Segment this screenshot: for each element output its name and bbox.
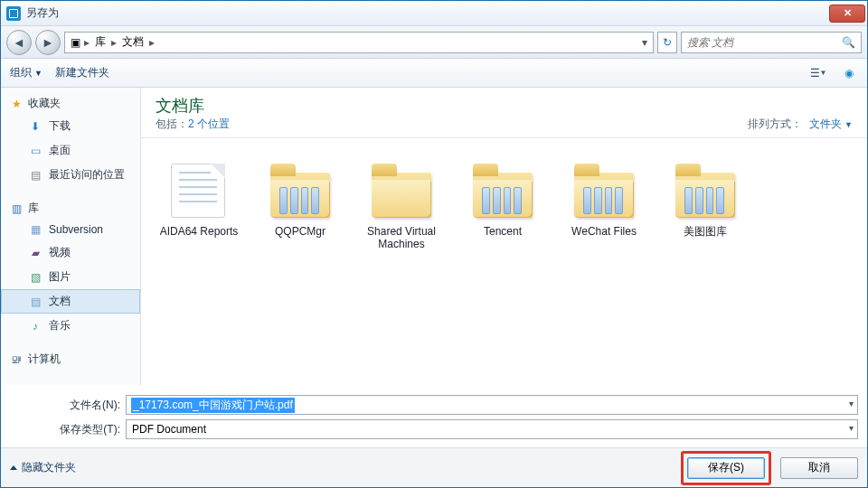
library-subtitle: 包括：2 个位置 <box>156 117 230 132</box>
hide-folders-button[interactable]: 隐藏文件夹 <box>10 460 76 475</box>
breadcrumb-bar[interactable]: ▣ ▸ 库 ▸ 文档 ▸ ▾ <box>64 32 654 53</box>
library-header: 文档库 包括：2 个位置 排列方式： 文件夹 ▼ <box>141 88 867 138</box>
refresh-button[interactable]: ↻ <box>657 32 677 53</box>
chevron-right-icon: ▸ <box>84 36 90 49</box>
library-icon: ▣ <box>71 36 80 49</box>
filetype-label: 保存类型(T): <box>55 422 120 437</box>
app-icon <box>6 6 21 21</box>
toolbar: 组织▼ 新建文件夹 ☰▼ ◉ <box>1 59 867 88</box>
close-button[interactable] <box>829 5 865 23</box>
recent-icon: ▤ <box>29 169 42 182</box>
video-icon: ▰ <box>29 247 42 259</box>
folder-icon <box>473 173 533 218</box>
forward-button[interactable]: ► <box>35 30 61 55</box>
filetype-dropdown-icon[interactable]: ▾ <box>849 423 854 433</box>
library-title: 文档库 <box>156 95 230 117</box>
chevron-right-icon: ▸ <box>149 36 155 49</box>
search-icon: 🔍 <box>842 36 855 49</box>
title-bar: 另存为 <box>1 1 867 26</box>
sidebar-item-downloads[interactable]: ⬇下载 <box>1 114 140 138</box>
help-button[interactable]: ◉ <box>840 64 858 82</box>
sidebar-item-documents[interactable]: ▤文档 <box>1 289 140 314</box>
highlight-box: 保存(S) <box>681 451 771 485</box>
save-button[interactable]: 保存(S) <box>687 457 765 479</box>
body: ★收藏夹 ⬇下载 ▭桌面 ▤最近访问的位置 ▥库 ▦Subversion ▰视频… <box>1 88 867 385</box>
arrange-by: 排列方式： 文件夹 ▼ <box>748 117 853 132</box>
sidebar-item-recent[interactable]: ▤最近访问的位置 <box>1 163 140 187</box>
search-input[interactable] <box>687 36 836 49</box>
filename-history-dropdown[interactable]: ▾ <box>849 399 854 408</box>
file-item-tencent[interactable]: Tencent <box>454 151 552 256</box>
form-area: 文件名(N): _17173.com_中国游戏门户站.pdf ▾ 保存类型(T)… <box>1 385 867 447</box>
star-icon: ★ <box>10 98 23 110</box>
sidebar-item-pictures[interactable]: ▧图片 <box>1 265 140 289</box>
filetype-select[interactable] <box>126 419 858 439</box>
sidebar-item-music[interactable]: ♪音乐 <box>1 314 140 338</box>
breadcrumb-library[interactable]: 库 <box>93 34 108 50</box>
file-list[interactable]: AIDA64 Reports QQPCMgr Shared Virtual Ma… <box>141 138 867 385</box>
sidebar-group-computer[interactable]: 🖳计算机 <box>1 349 140 370</box>
desktop-icon: ▭ <box>29 145 42 157</box>
sidebar-group-libraries[interactable]: ▥库 <box>1 198 140 219</box>
view-options-button[interactable]: ☰▼ <box>809 64 827 82</box>
navigation-bar: ◄ ► ▣ ▸ 库 ▸ 文档 ▸ ▾ ↻ 🔍 <box>1 26 867 59</box>
main-panel: 文档库 包括：2 个位置 排列方式： 文件夹 ▼ AIDA64 Reports … <box>141 88 867 385</box>
filename-value: _17173.com_中国游戏门户站.pdf <box>131 398 295 413</box>
filename-label: 文件名(N): <box>55 398 120 413</box>
sidebar-item-desktop[interactable]: ▭桌面 <box>1 138 140 163</box>
breadcrumb-dropdown-icon[interactable]: ▾ <box>642 36 647 49</box>
computer-icon: 🖳 <box>10 353 23 366</box>
new-folder-button[interactable]: 新建文件夹 <box>55 65 109 80</box>
search-box[interactable]: 🔍 <box>681 32 862 53</box>
window-title: 另存为 <box>26 5 829 21</box>
organize-button[interactable]: 组织▼ <box>10 65 42 80</box>
file-item-qqpcmgr[interactable]: QQPCMgr <box>251 151 349 256</box>
back-button[interactable]: ◄ <box>6 30 32 55</box>
file-item-meitu[interactable]: 美图图库 <box>656 151 754 256</box>
sidebar: ★收藏夹 ⬇下载 ▭桌面 ▤最近访问的位置 ▥库 ▦Subversion ▰视频… <box>1 88 141 385</box>
file-item-aida64[interactable]: AIDA64 Reports <box>150 151 248 256</box>
document-icon: ▤ <box>29 296 42 308</box>
download-icon: ⬇ <box>29 120 42 133</box>
document-icon <box>171 164 225 218</box>
sidebar-item-videos[interactable]: ▰视频 <box>1 240 140 265</box>
folder-icon <box>372 173 431 218</box>
cancel-button[interactable]: 取消 <box>780 457 858 479</box>
folder-icon <box>675 173 735 218</box>
file-item-shared-vm[interactable]: Shared Virtual Machines <box>353 151 450 256</box>
file-item-wechat[interactable]: WeChat Files <box>555 151 653 256</box>
footer: 隐藏文件夹 保存(S) 取消 <box>1 447 867 487</box>
arrange-by-dropdown[interactable]: 文件夹 ▼ <box>809 117 853 130</box>
sidebar-item-subversion[interactable]: ▦Subversion <box>1 219 140 240</box>
chevron-right-icon: ▸ <box>111 36 117 49</box>
music-icon: ♪ <box>29 320 42 333</box>
library-icon: ▥ <box>10 202 23 215</box>
caret-up-icon <box>10 465 17 470</box>
file-icon: ▦ <box>29 223 42 236</box>
folder-icon <box>574 173 634 218</box>
save-as-dialog: 另存为 ◄ ► ▣ ▸ 库 ▸ 文档 ▸ ▾ ↻ 🔍 组织▼ 新建文件夹 ☰▼ … <box>0 0 868 488</box>
breadcrumb-documents[interactable]: 文档 <box>120 34 146 50</box>
picture-icon: ▧ <box>29 271 42 284</box>
locations-link[interactable]: 2 个位置 <box>188 117 230 130</box>
folder-icon <box>270 173 330 218</box>
sidebar-group-favorites[interactable]: ★收藏夹 <box>1 93 140 114</box>
